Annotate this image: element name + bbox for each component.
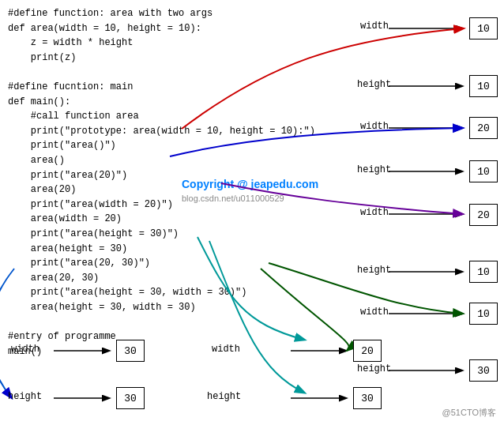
label-width-3: width: [360, 207, 389, 218]
bottom-watermark: @51CTO博客: [442, 407, 496, 419]
label-width-4: width: [360, 307, 389, 318]
box-bm-width: 20: [353, 340, 382, 362]
label-height-4: height: [357, 363, 391, 374]
label-width-1: width: [360, 21, 389, 32]
box-width-3: 20: [469, 204, 498, 226]
label-bl-height: height: [8, 391, 42, 402]
label-height-1: height: [357, 79, 391, 90]
box-bl-height: 30: [116, 387, 145, 409]
box-height-4: 30: [469, 359, 498, 382]
watermark-text: blog.csdn.net/u011000529: [182, 194, 284, 203]
label-bm-width: width: [212, 344, 240, 355]
box-height-1: 10: [469, 75, 498, 97]
box-height-2: 10: [469, 160, 498, 182]
box-height-3: 10: [469, 261, 498, 283]
box-width-2: 20: [469, 117, 498, 139]
label-height-2: height: [357, 164, 391, 175]
box-bl-width: 30: [116, 340, 145, 362]
label-bl-width: width: [11, 344, 39, 355]
label-width-2: width: [360, 121, 389, 132]
label-bm-height: height: [207, 391, 241, 402]
box-width-1: 10: [469, 17, 498, 39]
label-height-3: height: [357, 265, 391, 276]
box-bm-height: 30: [353, 387, 382, 409]
box-width-4: 10: [469, 303, 498, 325]
copyright-text: Copyright @ jeapedu.com: [182, 178, 318, 190]
